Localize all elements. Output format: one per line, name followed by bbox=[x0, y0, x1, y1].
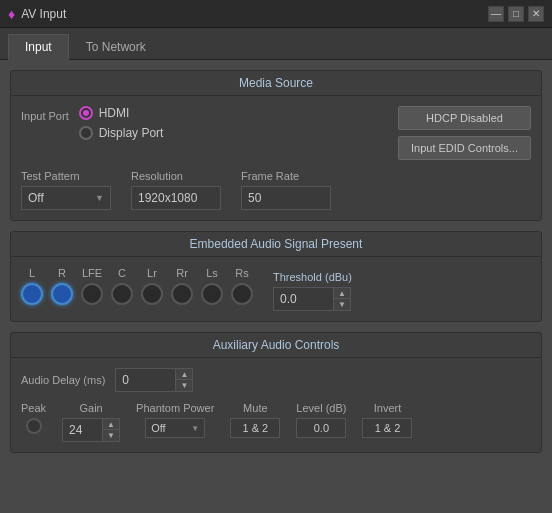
channel-col-c: C bbox=[111, 267, 133, 305]
radio-display-port-btn[interactable] bbox=[79, 126, 93, 140]
channel-label-ls: Ls bbox=[206, 267, 218, 279]
level-db-value: 0.0 bbox=[296, 418, 346, 438]
channel-col-rr: Rr bbox=[171, 267, 193, 305]
channel-label-r: R bbox=[58, 267, 66, 279]
radio-display-port-label: Display Port bbox=[99, 126, 164, 140]
channel-indicator-r[interactable] bbox=[51, 283, 73, 305]
radio-display-port[interactable]: Display Port bbox=[79, 126, 164, 140]
gain-spinner: ▲▼ bbox=[62, 418, 120, 442]
threshold-input[interactable] bbox=[273, 287, 333, 311]
phantom-power-chevron-icon: ▼ bbox=[191, 424, 199, 433]
threshold-label: Threshold (dBu) bbox=[273, 271, 352, 283]
aux-label-3: Mute bbox=[243, 402, 267, 414]
audio-delay-input[interactable] bbox=[115, 368, 175, 392]
close-button[interactable]: ✕ bbox=[528, 6, 544, 22]
peak-indicator bbox=[26, 418, 42, 434]
window-controls: — □ ✕ bbox=[488, 6, 544, 22]
audio-delay-row: Audio Delay (ms) ▲ ▼ bbox=[21, 368, 531, 392]
audio-delay-down-arrow[interactable]: ▼ bbox=[176, 380, 192, 391]
test-pattern-group: Test Pattern Off ▼ bbox=[21, 170, 111, 210]
input-port-radio-group: HDMI Display Port bbox=[79, 106, 164, 140]
channel-indicator-lr[interactable] bbox=[141, 283, 163, 305]
audio-delay-arrows: ▲ ▼ bbox=[175, 368, 193, 392]
resolution-group: Resolution 1920x1080 bbox=[131, 170, 221, 210]
aux-item-phantom-power: Phantom PowerOff▼ bbox=[136, 402, 214, 438]
restore-button[interactable]: □ bbox=[508, 6, 524, 22]
audio-delay-label: Audio Delay (ms) bbox=[21, 374, 105, 386]
tab-to-network[interactable]: To Network bbox=[69, 34, 163, 59]
title-bar: ♦ AV Input — □ ✕ bbox=[0, 0, 552, 28]
radio-hdmi-btn[interactable] bbox=[79, 106, 93, 120]
aux-item-gain: Gain▲▼ bbox=[62, 402, 120, 442]
window-title: AV Input bbox=[21, 7, 66, 21]
channel-label-l: L bbox=[29, 267, 35, 279]
main-content: Media Source Input Port HDMI Di bbox=[0, 60, 552, 513]
tab-bar: Input To Network bbox=[0, 28, 552, 60]
input-port-label: Input Port bbox=[21, 106, 69, 122]
aux-controls-row: PeakGain▲▼Phantom PowerOff▼Mute1 & 2Leve… bbox=[21, 402, 531, 442]
minimize-button[interactable]: — bbox=[488, 6, 504, 22]
threshold-spinner: ▲ ▼ bbox=[273, 287, 352, 311]
aux-label-4: Level (dB) bbox=[296, 402, 346, 414]
aux-item-peak: Peak bbox=[21, 402, 46, 434]
gain-input[interactable] bbox=[62, 418, 102, 442]
gain-down-arrow[interactable]: ▼ bbox=[103, 430, 119, 441]
channel-col-r: R bbox=[51, 267, 73, 305]
test-pattern-value: Off bbox=[28, 191, 44, 205]
threshold-down-arrow[interactable]: ▼ bbox=[334, 299, 350, 310]
aux-label-1: Gain bbox=[79, 402, 102, 414]
aux-item-invert: Invert1 & 2 bbox=[362, 402, 412, 438]
frame-rate-group: Frame Rate 50 bbox=[241, 170, 331, 210]
threshold-section: Threshold (dBu) ▲ ▼ bbox=[273, 271, 352, 311]
frame-rate-value: 50 bbox=[241, 186, 331, 210]
test-pattern-chevron-icon: ▼ bbox=[95, 193, 104, 203]
resolution-label: Resolution bbox=[131, 170, 221, 182]
resolution-value: 1920x1080 bbox=[131, 186, 221, 210]
channel-indicator-rr[interactable] bbox=[171, 283, 193, 305]
channel-label-lfe: LFE bbox=[82, 267, 102, 279]
aux-label-0: Peak bbox=[21, 402, 46, 414]
hdcp-button[interactable]: HDCP Disabled bbox=[398, 106, 531, 130]
embedded-audio-title: Embedded Audio Signal Present bbox=[11, 232, 541, 257]
threshold-up-arrow[interactable]: ▲ bbox=[334, 288, 350, 299]
mute-value: 1 & 2 bbox=[230, 418, 280, 438]
hdcp-buttons: HDCP Disabled Input EDID Controls... bbox=[398, 106, 531, 160]
gain-up-arrow[interactable]: ▲ bbox=[103, 419, 119, 430]
channel-indicator-ls[interactable] bbox=[201, 283, 223, 305]
radio-hdmi-label: HDMI bbox=[99, 106, 130, 120]
aux-label-5: Invert bbox=[374, 402, 402, 414]
channel-indicator-l[interactable] bbox=[21, 283, 43, 305]
channel-label-rr: Rr bbox=[176, 267, 188, 279]
channel-col-l: L bbox=[21, 267, 43, 305]
channel-indicator-c[interactable] bbox=[111, 283, 133, 305]
radio-hdmi[interactable]: HDMI bbox=[79, 106, 164, 120]
channel-label-c: C bbox=[118, 267, 126, 279]
test-pattern-label: Test Pattern bbox=[21, 170, 111, 182]
threshold-arrows: ▲ ▼ bbox=[333, 287, 351, 311]
phantom-power-value: Off bbox=[151, 422, 165, 434]
embedded-audio-panel: Embedded Audio Signal Present LRLFECLrRr… bbox=[10, 231, 542, 322]
invert-value: 1 & 2 bbox=[362, 418, 412, 438]
channel-col-ls: Ls bbox=[201, 267, 223, 305]
aux-item-level-db: Level (dB)0.0 bbox=[296, 402, 346, 438]
aux-item-mute: Mute1 & 2 bbox=[230, 402, 280, 438]
test-pattern-select[interactable]: Off ▼ bbox=[21, 186, 111, 210]
channel-label-rs: Rs bbox=[235, 267, 248, 279]
media-source-panel: Media Source Input Port HDMI Di bbox=[10, 70, 542, 221]
tab-input[interactable]: Input bbox=[8, 34, 69, 60]
audio-delay-spinner: ▲ ▼ bbox=[115, 368, 193, 392]
channel-indicator-lfe[interactable] bbox=[81, 283, 103, 305]
audio-delay-up-arrow[interactable]: ▲ bbox=[176, 369, 192, 380]
channel-col-lfe: LFE bbox=[81, 267, 103, 305]
audio-channels: LRLFECLrRrLsRs bbox=[21, 267, 253, 305]
channel-col-lr: Lr bbox=[141, 267, 163, 305]
edid-button[interactable]: Input EDID Controls... bbox=[398, 136, 531, 160]
media-source-title: Media Source bbox=[11, 71, 541, 96]
auxiliary-audio-panel: Auxiliary Audio Controls Audio Delay (ms… bbox=[10, 332, 542, 453]
frame-rate-label: Frame Rate bbox=[241, 170, 331, 182]
auxiliary-audio-title: Auxiliary Audio Controls bbox=[11, 333, 541, 358]
phantom-power-select[interactable]: Off▼ bbox=[145, 418, 205, 438]
channel-indicator-rs[interactable] bbox=[231, 283, 253, 305]
aux-label-2: Phantom Power bbox=[136, 402, 214, 414]
channel-label-lr: Lr bbox=[147, 267, 157, 279]
